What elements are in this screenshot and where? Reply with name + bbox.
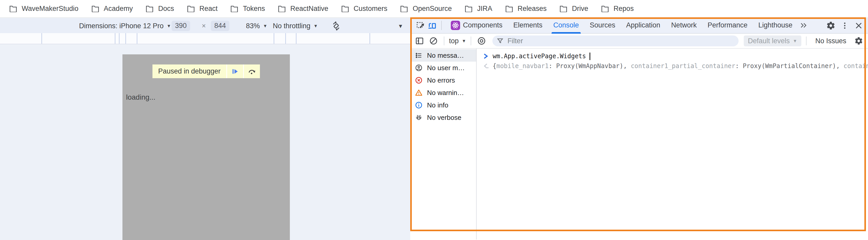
devtools-close-button[interactable]	[853, 20, 864, 31]
bookmark-folder-jira[interactable]: JIRA	[465, 5, 492, 13]
bookmark-folder-repos[interactable]: Repos	[601, 5, 634, 13]
zoom-level-value: 83%	[246, 22, 260, 30]
messages-list-icon	[415, 52, 423, 59]
sidebar-item-all-messages[interactable]: No messa…	[410, 49, 476, 62]
tab-performance[interactable]: Performance	[702, 17, 753, 33]
bookmark-label: Customers	[354, 5, 388, 13]
gear-icon	[854, 36, 863, 45]
bookmark-folder-academy[interactable]: Academy	[91, 5, 133, 13]
sidebar-item-user-messages[interactable]: No user m…	[410, 62, 476, 74]
bookmark-label: React	[199, 5, 218, 13]
console-settings-button[interactable]	[853, 35, 864, 47]
paused-banner-label: Paused in debugger	[152, 64, 226, 78]
tab-label: Network	[671, 21, 697, 29]
eye-icon	[477, 36, 486, 46]
inspect-cursor-icon	[416, 21, 426, 30]
bookmark-folder-releases[interactable]: Releases	[505, 5, 547, 13]
folder-icon	[230, 5, 238, 12]
folder-icon	[146, 5, 153, 12]
rotate-viewport-button[interactable]	[331, 21, 342, 31]
toggle-console-sidebar-button[interactable]	[414, 35, 425, 47]
react-components-icon	[451, 21, 460, 30]
zoom-select[interactable]: 83% ▼	[246, 22, 268, 30]
paused-in-debugger-banner: Paused in debugger	[152, 64, 260, 78]
tab-sources[interactable]: Sources	[584, 17, 621, 33]
bookmark-folder-drive[interactable]: Drive	[560, 5, 588, 13]
create-live-expression-button[interactable]	[476, 35, 487, 47]
sidebar-item-warnings[interactable]: No warnin…	[410, 86, 476, 99]
folder-icon	[91, 5, 99, 12]
inspect-element-button[interactable]	[415, 20, 426, 31]
media-query-bar[interactable]	[0, 33, 410, 44]
viewport-width-field[interactable]: 390	[172, 21, 190, 31]
device-toolbar-options-button[interactable]: ▼	[398, 23, 403, 28]
resume-script-button[interactable]	[226, 64, 243, 78]
bookmark-folder-reactnative[interactable]: ReactNative	[278, 5, 328, 13]
sidebar-item-info[interactable]: No info	[410, 99, 476, 111]
more-tabs-button[interactable]	[798, 20, 809, 31]
bookmark-label: ReactNative	[290, 5, 328, 13]
info-icon	[415, 101, 423, 109]
console-prompt-row[interactable]: wm.App.activePage.Widgets	[476, 51, 868, 61]
throttling-select[interactable]: No throttling ▼	[273, 22, 318, 30]
console-eager-preview-row: {mobile_navbar1: Proxy(WmAppNavbar), con…	[476, 61, 868, 71]
tab-lighthouse[interactable]: Lighthouse	[753, 17, 798, 33]
divider	[441, 21, 442, 30]
devtools-menu-button[interactable]	[839, 20, 850, 31]
chevron-down-icon: ▼	[462, 39, 466, 43]
bookmark-folder-customers[interactable]: Customers	[341, 5, 388, 13]
tab-elements[interactable]: Elements	[508, 17, 548, 33]
step-over-button[interactable]	[243, 64, 260, 78]
device-toolbar-icon	[427, 21, 437, 30]
tab-network[interactable]: Network	[666, 17, 702, 33]
chevron-down-icon: ▼	[263, 24, 268, 28]
bookmark-folder-docs[interactable]: Docs	[146, 5, 174, 13]
log-levels-select[interactable]: Default levels ▼	[744, 35, 801, 46]
emulated-viewport: Paused in debugger loading...	[122, 54, 290, 240]
sidebar-item-label: No errors	[427, 76, 455, 84]
clear-icon	[429, 36, 438, 46]
clear-console-button[interactable]	[428, 35, 439, 47]
folder-icon	[505, 5, 513, 12]
sidebar-item-errors[interactable]: No errors	[410, 74, 476, 86]
sidebar-item-label: No info	[427, 101, 448, 109]
divider	[444, 36, 444, 45]
kebab-menu-icon	[841, 22, 849, 30]
resume-icon	[231, 68, 239, 75]
chevron-down-icon: ▼	[314, 24, 318, 28]
folder-icon	[400, 5, 408, 12]
tab-label: Console	[553, 21, 579, 29]
loading-text: loading...	[126, 93, 156, 102]
tab-components[interactable]: Components	[445, 17, 508, 33]
devtools-settings-button[interactable]	[825, 20, 836, 31]
eager-result-icon	[483, 63, 489, 70]
folder-icon	[465, 5, 472, 12]
viewport-height-field[interactable]: 844	[211, 21, 229, 31]
bookmark-label: OpenSource	[412, 5, 452, 13]
execution-context-select[interactable]: top ▼	[449, 37, 466, 45]
devtools-panel: Components Elements	[410, 17, 868, 240]
warnings-icon	[415, 89, 423, 97]
sidebar-item-verbose[interactable]: No verbose	[410, 111, 476, 124]
context-label: top	[449, 37, 459, 45]
toggle-device-toolbar-button[interactable]	[426, 20, 438, 31]
device-dimensions-label: Dimensions: iPhone 12 Pro	[79, 22, 163, 30]
issues-counter[interactable]: No Issues	[815, 37, 846, 45]
device-type-select[interactable]: Dimensions: iPhone 12 Pro ▼	[79, 22, 171, 30]
bookmark-label: Academy	[104, 5, 133, 13]
bookmark-label: Repos	[614, 5, 634, 13]
bookmark-folder-react[interactable]: React	[187, 5, 218, 13]
tab-console[interactable]: Console	[548, 17, 584, 33]
sidebar-item-label: No verbose	[427, 114, 461, 122]
browser-window: WaveMakerStudio Academy Docs React	[0, 0, 868, 240]
bookmark-folder-tokens[interactable]: Tokens	[230, 5, 265, 13]
console-filter-input[interactable]: Filter	[492, 35, 739, 46]
tab-application[interactable]: Application	[621, 17, 666, 33]
tab-label: Components	[463, 21, 502, 29]
console-input-text: wm.App.activePage.Widgets	[493, 53, 586, 60]
bookmark-folder-wavemakerstudio[interactable]: WaveMakerStudio	[9, 5, 79, 13]
tab-label: Application	[626, 21, 660, 29]
divider	[471, 36, 471, 45]
chevron-down-icon: ▼	[793, 39, 797, 43]
bookmark-folder-opensource[interactable]: OpenSource	[400, 5, 452, 13]
